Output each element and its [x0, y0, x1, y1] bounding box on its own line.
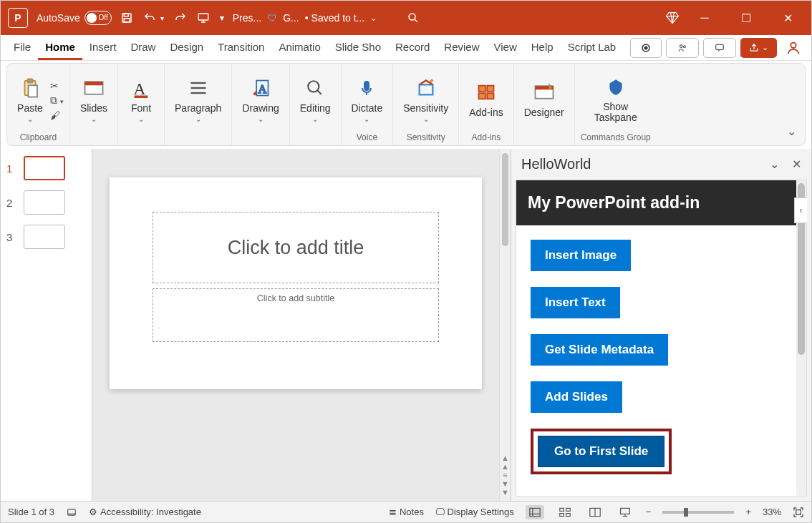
tab-design[interactable]: Design: [163, 35, 211, 60]
tab-transitions[interactable]: Transition: [211, 35, 271, 60]
svg-rect-15: [84, 82, 102, 85]
show-taskpane-button[interactable]: ShowTaskpane: [590, 73, 642, 125]
account-icon[interactable]: [786, 40, 801, 56]
svg-text:A: A: [134, 79, 146, 98]
btn-add-slides[interactable]: Add Slides: [531, 381, 622, 413]
addins-button[interactable]: Add-ins: [465, 78, 507, 119]
reading-view-icon[interactable]: [586, 505, 604, 519]
thumb-2[interactable]: 2: [6, 190, 86, 215]
svg-rect-29: [487, 93, 493, 99]
paragraph-button[interactable]: Paragraph ⌄: [170, 74, 226, 124]
taskpane-content: My PowerPoint add-in Insert Image Insert…: [516, 180, 796, 496]
svg-rect-42: [620, 508, 629, 514]
slide[interactable]: Click to add title Click to add subtitle: [110, 177, 482, 389]
undo-dropdown-icon[interactable]: ▾: [160, 14, 164, 22]
tab-record[interactable]: Record: [388, 35, 437, 60]
minimize-button[interactable]: ─: [688, 6, 721, 29]
display-settings-button[interactable]: 🖵 Display Settings: [435, 507, 514, 517]
confidentiality-label[interactable]: G...: [283, 12, 299, 24]
svg-rect-38: [560, 513, 564, 516]
btn-insert-text[interactable]: Insert Text: [531, 287, 620, 318]
slides-button[interactable]: Slides ⌄: [76, 74, 112, 124]
btn-insert-image[interactable]: Insert Image: [531, 240, 631, 271]
taskpane-menu-icon[interactable]: ⌄: [770, 157, 779, 171]
teams-button[interactable]: [666, 38, 699, 58]
paste-button[interactable]: Paste ⌄: [13, 74, 47, 124]
editing-button[interactable]: Editing ⌄: [296, 74, 335, 124]
doc-title-area: Pres... 🛡 G... • Saved to t... ⌄: [233, 12, 377, 24]
normal-view-icon[interactable]: [526, 505, 544, 519]
tab-help[interactable]: Help: [524, 35, 561, 60]
status-bar: Slide 1 of 3 ⚙Accessibility: Investigate…: [1, 501, 811, 522]
save-icon[interactable]: [120, 11, 133, 24]
thumb-3[interactable]: 3: [6, 225, 86, 249]
redo-icon[interactable]: [174, 11, 187, 24]
tab-slideshow[interactable]: Slide Sho: [328, 35, 388, 60]
sorter-view-icon[interactable]: [556, 505, 574, 519]
language-icon[interactable]: [66, 507, 77, 517]
tab-review[interactable]: Review: [437, 35, 486, 60]
subtitle-placeholder[interactable]: Click to add subtitle: [153, 288, 439, 342]
app-icon: P: [8, 8, 28, 28]
undo-icon[interactable]: [143, 11, 156, 24]
tab-view[interactable]: View: [487, 35, 524, 60]
maximize-button[interactable]: ☐: [730, 6, 763, 29]
canvas-scrollbar[interactable]: ▲▲≡▼▼: [499, 149, 511, 501]
group-clipboard: Paste ⌄ ✂ ⧉ ▾ 🖌 Clipboard: [7, 64, 70, 145]
diamond-icon[interactable]: [665, 11, 680, 25]
taskpane-collapse-tab[interactable]: ‹: [794, 197, 807, 223]
tab-scriptlab[interactable]: Script Lab: [561, 35, 624, 60]
toggle-switch[interactable]: Off: [84, 11, 112, 25]
format-painter-icon[interactable]: 🖌: [50, 109, 64, 121]
zoom-slider[interactable]: [662, 511, 734, 514]
collapse-ribbon-icon[interactable]: ⌄: [787, 124, 796, 138]
drawing-button[interactable]: A Drawing ⌄: [238, 74, 283, 124]
accessibility-status[interactable]: ⚙Accessibility: Investigate: [89, 507, 201, 517]
title-placeholder[interactable]: Click to add title: [153, 212, 439, 283]
zoom-out-icon[interactable]: −: [646, 507, 652, 517]
qat-dropdown-icon[interactable]: ▾: [220, 13, 224, 23]
zoom-percent[interactable]: 33%: [763, 507, 781, 517]
svg-rect-36: [560, 508, 564, 511]
zoom-in-icon[interactable]: +: [745, 507, 751, 517]
save-state[interactable]: • Saved to t...: [305, 12, 365, 24]
tab-draw[interactable]: Draw: [123, 35, 163, 60]
doc-name[interactable]: Pres...: [233, 12, 261, 24]
slide-canvas[interactable]: Click to add title Click to add subtitle: [92, 149, 499, 501]
cut-icon[interactable]: ✂: [50, 80, 64, 92]
shield-icon[interactable]: 🛡: [267, 12, 277, 24]
slide-counter[interactable]: Slide 1 of 3: [8, 507, 54, 517]
btn-get-slide-metadata[interactable]: Get Slide Metadata: [531, 334, 668, 366]
close-button[interactable]: ✕: [771, 6, 804, 29]
svg-rect-12: [27, 79, 33, 82]
autosave-toggle[interactable]: AutoSave Off: [37, 11, 112, 25]
btn-go-to-first-slide-highlighted[interactable]: Go to First Slide: [531, 429, 672, 474]
designer-button[interactable]: Designer: [520, 78, 569, 119]
tab-insert[interactable]: Insert: [82, 35, 124, 60]
svg-point-10: [791, 42, 796, 47]
font-button[interactable]: A Font ⌄: [124, 74, 158, 124]
search-icon[interactable]: [407, 11, 420, 24]
taskpane-close-icon[interactable]: ✕: [792, 157, 801, 171]
group-addins: Add-ins Add-ins: [459, 64, 513, 145]
svg-rect-17: [135, 95, 148, 98]
tab-home[interactable]: Home: [38, 35, 82, 60]
present-icon[interactable]: [197, 11, 210, 24]
fit-window-icon[interactable]: [793, 507, 804, 518]
dictate-button[interactable]: Dictate ⌄: [347, 74, 387, 124]
copy-icon[interactable]: ⧉ ▾: [50, 94, 64, 107]
task-pane: HelloWorld ⌄ ✕ My PowerPoint add-in Inse…: [511, 149, 811, 501]
tab-file[interactable]: File: [6, 35, 38, 60]
record-button[interactable]: [630, 38, 662, 58]
sensitivity-button[interactable]: Sensitivity ⌄: [399, 74, 453, 124]
tab-animations[interactable]: Animatio: [271, 35, 327, 60]
title-bar: P AutoSave Off ▾ ▾ Pres... 🛡 G... • Save…: [1, 1, 811, 35]
save-state-dropdown-icon[interactable]: ⌄: [370, 14, 377, 23]
thumb-1[interactable]: 1: [6, 156, 86, 180]
comments-button[interactable]: [703, 38, 736, 58]
svg-point-23: [308, 81, 319, 92]
notes-button[interactable]: ≣ Notes: [389, 507, 424, 517]
share-button[interactable]: ⌄: [740, 38, 777, 58]
slideshow-view-icon[interactable]: [616, 505, 634, 519]
taskpane-scrollbar[interactable]: [796, 180, 806, 496]
